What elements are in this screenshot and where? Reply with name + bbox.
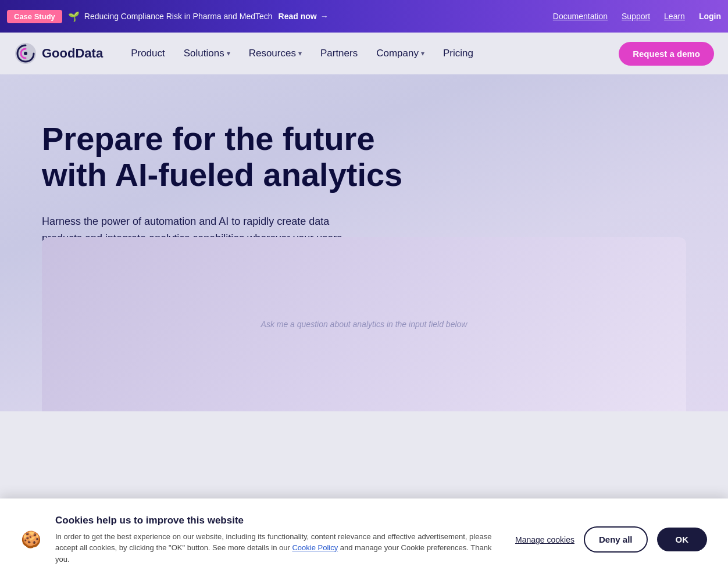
nav-company[interactable]: Company ▾: [376, 48, 424, 59]
screenshot-placeholder: Ask me a question about analytics in the…: [261, 320, 468, 329]
nav-right: Request a demo: [619, 42, 714, 66]
navbar: GoodData Product Solutions ▾ Resources ▾…: [0, 33, 728, 74]
banner-left: Case Study 🌱 Reducing Compliance Risk in…: [7, 10, 329, 23]
hero-screenshot: Ask me a question about analytics in the…: [42, 237, 686, 411]
gooddata-logo-icon: [14, 42, 37, 65]
banner-right: Documentation Support Learn Login: [553, 12, 721, 21]
banner-emoji: 🌱: [68, 11, 80, 22]
nav-partners[interactable]: Partners: [320, 48, 358, 59]
logo-text: GoodData: [42, 46, 103, 61]
case-study-badge: Case Study: [7, 10, 62, 23]
hero-title: Prepare for the future with AI-fueled an…: [42, 121, 426, 192]
screenshot-bg: Ask me a question about analytics in the…: [42, 237, 686, 411]
read-now-button[interactable]: Read now →: [279, 12, 329, 21]
nav-request-demo-button[interactable]: Request a demo: [619, 42, 714, 66]
logo[interactable]: GoodData: [14, 42, 103, 65]
resources-chevron-icon: ▾: [298, 49, 302, 58]
svg-point-1: [24, 52, 27, 55]
solutions-chevron-icon: ▾: [227, 49, 230, 58]
learn-link[interactable]: Learn: [664, 12, 685, 21]
nav-resources[interactable]: Resources ▾: [249, 48, 302, 59]
documentation-link[interactable]: Documentation: [553, 12, 608, 21]
banner-title-text: Reducing Compliance Risk in Pharma and M…: [84, 12, 273, 21]
hero-section: Prepare for the future with AI-fueled an…: [0, 74, 728, 411]
top-banner: Case Study 🌱 Reducing Compliance Risk in…: [0, 0, 728, 33]
nav-pricing[interactable]: Pricing: [443, 48, 473, 59]
banner-title: 🌱 Reducing Compliance Risk in Pharma and…: [68, 11, 273, 22]
nav-product[interactable]: Product: [131, 48, 165, 59]
company-chevron-icon: ▾: [421, 49, 424, 58]
nav-solutions[interactable]: Solutions ▾: [184, 48, 230, 59]
login-link[interactable]: Login: [699, 12, 721, 21]
nav-links: Product Solutions ▾ Resources ▾ Partners…: [131, 48, 473, 59]
support-link[interactable]: Support: [622, 12, 650, 21]
